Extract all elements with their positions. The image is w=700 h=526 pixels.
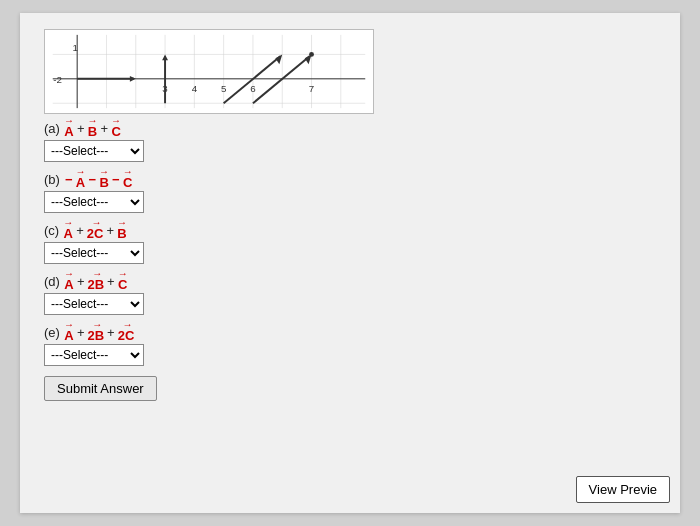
select-d[interactable]: ---Select--- 12345: [44, 293, 144, 315]
op-plus-e1: +: [77, 324, 85, 342]
question-a: (a) →A + →B + →C ---Select--- 12345: [44, 117, 656, 162]
question-e-expr: →A + →2B + →2C: [64, 321, 134, 342]
questions-container: (a) →A + →B + →C ---Select--- 12345 (b) …: [44, 117, 656, 366]
question-e-label: (e) →A + →2B + →2C: [44, 321, 656, 342]
op-plus-d1: +: [77, 273, 85, 291]
select-e[interactable]: ---Select--- 12345: [44, 344, 144, 366]
question-d-letter: (d): [44, 273, 60, 291]
op-neg-1: −: [65, 171, 73, 189]
vec-A-c: →A: [63, 219, 73, 240]
question-d-label: (d) →A + →2B + →C: [44, 270, 656, 291]
svg-text:5: 5: [221, 83, 227, 94]
main-page: 1 -2 3 4 5 6 7 (a) →A +: [20, 13, 680, 513]
question-c-label: (c) →A + →2C + →B: [44, 219, 656, 240]
submit-button[interactable]: Submit Answer: [44, 376, 157, 401]
vec-C-a: →C: [111, 117, 121, 138]
vec-2C-c: →2C: [87, 219, 104, 240]
vec-2C-e: →2C: [118, 321, 135, 342]
vec-2B-d: →2B: [87, 270, 104, 291]
question-b-expr: − →A − →B − →C: [64, 168, 133, 189]
vec-A-e: →A: [64, 321, 74, 342]
question-b: (b) − →A − →B − →C ---Select--- 12345: [44, 168, 656, 213]
question-d-expr: →A + →2B + →C: [64, 270, 128, 291]
vec-B-c: →B: [117, 219, 127, 240]
svg-text:1: 1: [73, 42, 78, 53]
question-a-expr: →A + →B + →C: [64, 117, 121, 138]
vector-diagram: 1 -2 3 4 5 6 7: [44, 29, 374, 114]
select-a[interactable]: ---Select--- 12345: [44, 140, 144, 162]
op-plus-c2: +: [106, 222, 114, 240]
question-b-letter: (b): [44, 171, 60, 189]
svg-text:-2: -2: [53, 74, 62, 85]
select-c[interactable]: ---Select--- 12345: [44, 242, 144, 264]
vec-B-a: →B: [87, 117, 97, 138]
question-b-label: (b) − →A − →B − →C: [44, 168, 656, 189]
svg-marker-27: [275, 54, 282, 64]
op-neg-3: −: [112, 171, 120, 189]
question-c-letter: (c): [44, 222, 59, 240]
select-b[interactable]: ---Select--- 12345: [44, 191, 144, 213]
vec-B-b: →B: [99, 168, 109, 189]
question-e-letter: (e): [44, 324, 60, 342]
svg-line-28: [253, 56, 310, 103]
svg-marker-25: [162, 54, 168, 60]
svg-text:7: 7: [309, 83, 314, 94]
op-plus-e2: +: [107, 324, 115, 342]
vec-A-b: →A: [75, 168, 85, 189]
svg-marker-23: [130, 76, 136, 82]
question-c-expr: →A + →2C + →B: [63, 219, 127, 240]
vec-A-d: →A: [64, 270, 74, 291]
svg-line-26: [224, 56, 281, 103]
question-c: (c) →A + →2C + →B ---Select--- 12345: [44, 219, 656, 264]
svg-text:4: 4: [192, 83, 198, 94]
vec-C-b: →C: [123, 168, 133, 189]
vec-C-d: →C: [118, 270, 128, 291]
question-a-label: (a) →A + →B + →C: [44, 117, 656, 138]
vec-2B-e: →2B: [87, 321, 104, 342]
op-neg-2: −: [88, 171, 96, 189]
view-preview-button[interactable]: View Previe: [576, 476, 670, 503]
question-a-letter: (a): [44, 120, 60, 138]
op-plus-d2: +: [107, 273, 115, 291]
vec-A-a: →A: [64, 117, 74, 138]
question-e: (e) →A + →2B + →2C ---Select--- 12345: [44, 321, 656, 366]
op-plus-1: +: [77, 120, 85, 138]
op-plus-c1: +: [76, 222, 84, 240]
svg-point-30: [309, 52, 314, 57]
op-plus-2: +: [100, 120, 108, 138]
svg-text:6: 6: [250, 83, 255, 94]
question-d: (d) →A + →2B + →C ---Select--- 12345: [44, 270, 656, 315]
